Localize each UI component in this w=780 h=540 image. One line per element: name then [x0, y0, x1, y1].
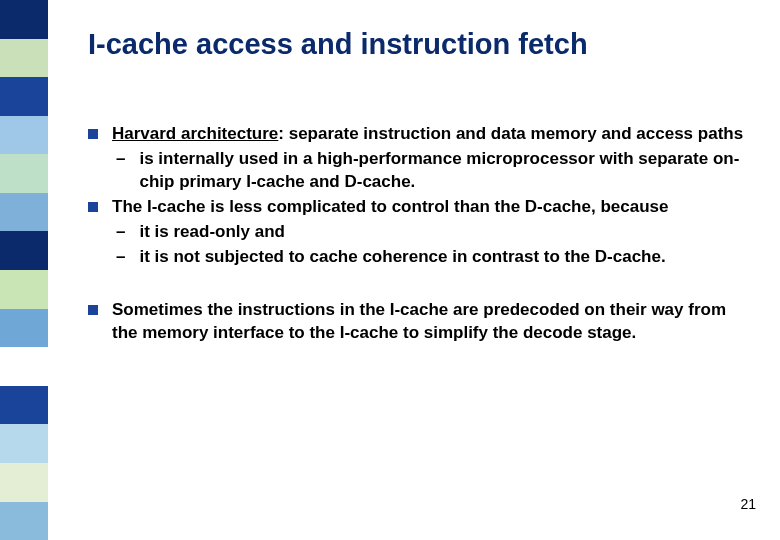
dash-bullet-icon: – [116, 148, 125, 171]
bullet-rest: : separate instruction and data memory a… [278, 124, 743, 143]
sub-bullet-item: – is internally used in a high-performan… [88, 148, 750, 194]
decorative-sidebar [0, 0, 48, 540]
square-bullet-icon [88, 305, 98, 315]
slide-title: I-cache access and instruction fetch [88, 28, 750, 61]
bullet-item: The I-cache is less complicated to contr… [88, 196, 750, 219]
sub-bullet-text: is internally used in a high-performance… [139, 148, 750, 194]
underlined-term: Harvard architecture [112, 124, 278, 143]
sub-bullet-text: it is read-only and [139, 221, 750, 244]
bullet-text: The I-cache is less complicated to contr… [112, 196, 750, 219]
sub-bullet-item: – it is not subjected to cache coherence… [88, 246, 750, 269]
sub-bullet-item: – it is read-only and [88, 221, 750, 244]
sub-bullet-text: it is not subjected to cache coherence i… [139, 246, 750, 269]
slide-content: I-cache access and instruction fetch Har… [88, 28, 750, 347]
square-bullet-icon [88, 129, 98, 139]
bullet-item: Harvard architecture: separate instructi… [88, 123, 750, 146]
bullet-text: Sometimes the instructions in the I-cach… [112, 299, 750, 345]
dash-bullet-icon: – [116, 221, 125, 244]
dash-bullet-icon: – [116, 246, 125, 269]
square-bullet-icon [88, 202, 98, 212]
bullet-list: Harvard architecture: separate instructi… [88, 123, 750, 345]
page-number: 21 [740, 496, 756, 512]
bullet-text: Harvard architecture: separate instructi… [112, 123, 750, 146]
bullet-item: Sometimes the instructions in the I-cach… [88, 299, 750, 345]
